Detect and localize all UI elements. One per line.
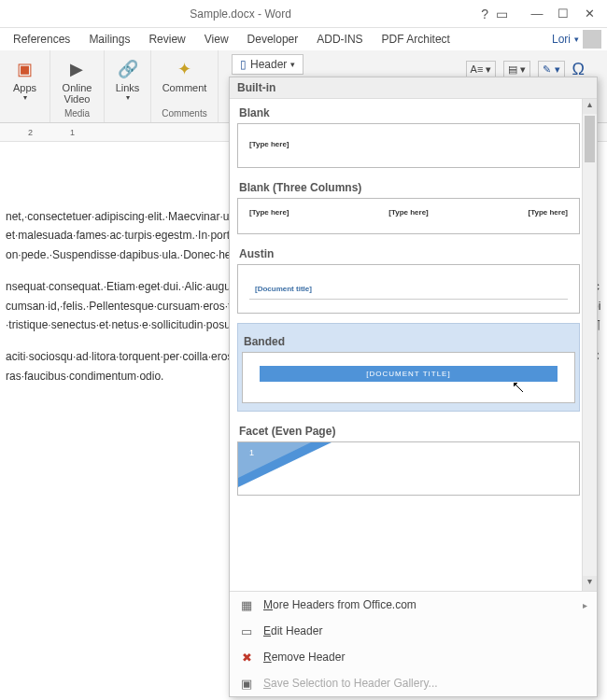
chevron-down-icon: ▾ <box>126 93 130 102</box>
chevron-right-icon: ▸ <box>583 600 587 610</box>
gallery-item-austin-title: Austin <box>237 244 580 264</box>
chevron-down-icon: ▾ <box>23 93 27 102</box>
user-name[interactable]: Lori <box>552 33 571 46</box>
gallery-item-blank3[interactable]: [Type here] [Type here] [Type here] <box>237 198 580 234</box>
scroll-thumb[interactable] <box>585 116 595 162</box>
action-label: Remove Header <box>263 651 345 664</box>
page-number: 1 <box>249 448 254 457</box>
links-button[interactable]: 🔗 Links ▾ <box>111 54 145 104</box>
remove-icon: ✖ <box>239 650 254 665</box>
window-title: Sample.docx - Word <box>0 7 481 21</box>
placeholder-text: [Type here] <box>249 140 289 148</box>
save-icon: ▣ <box>239 676 254 691</box>
placeholder-text: [DOCUMENT TITLE] <box>260 366 558 382</box>
tab-view[interactable]: View <box>195 33 238 46</box>
apps-button[interactable]: ▣ Apps ▾ <box>8 54 42 104</box>
tab-pdf-architect[interactable]: PDF Architect <box>373 33 459 46</box>
gallery-category: Built-in <box>230 77 597 99</box>
comment-label: Comment <box>162 82 207 93</box>
group-label <box>23 108 26 120</box>
action-label: Save Selection to Header Gallery... <box>263 677 438 690</box>
action-label: Edit Header <box>263 624 322 637</box>
gallery-item-banded-title: Banded <box>242 331 575 352</box>
media-group-label: Media <box>64 108 90 120</box>
maximize-button[interactable]: ☐ <box>551 4 575 24</box>
gallery-item-facet-title: Facet (Even Page) <box>237 421 580 441</box>
header-label: Header <box>250 58 287 71</box>
ruler-mark: 2 <box>28 128 33 137</box>
remove-header-action[interactable]: ✖ Remove Header <box>230 644 597 670</box>
header-dropdown-button[interactable]: ▯ Header ▾ <box>232 54 304 75</box>
action-label: More Headers from Office.com <box>263 598 416 611</box>
edit-header-action[interactable]: ▭ Edit Header <box>230 618 597 644</box>
chevron-down-icon: ▾ <box>290 60 295 69</box>
header-icon: ▯ <box>240 58 247 71</box>
placeholder-text: [Type here] <box>388 208 429 217</box>
minimize-button[interactable]: — <box>525 4 549 24</box>
video-icon: ▶ <box>64 56 90 82</box>
scrollbar[interactable]: ▴ ▾ <box>582 99 597 591</box>
gallery-item-facet[interactable]: 1 <box>237 441 580 496</box>
ruler-mark: 1 <box>70 128 75 137</box>
tab-addins[interactable]: ADD-INS <box>307 33 372 46</box>
group-label <box>126 108 129 120</box>
tab-review[interactable]: Review <box>139 33 194 46</box>
help-icon[interactable]: ? <box>481 7 488 21</box>
chevron-down-icon[interactable]: ▾ <box>574 35 579 44</box>
placeholder-text: [Type here] <box>528 208 568 217</box>
online-video-button[interactable]: ▶ Online Video <box>59 54 96 106</box>
online-video-label: Online Video <box>63 82 92 105</box>
tab-developer[interactable]: Developer <box>238 33 308 46</box>
more-headers-action[interactable]: ▦ More Headers from Office.com ▸ <box>230 592 597 618</box>
comments-group-label: Comments <box>162 108 206 120</box>
gallery-item-banded[interactable]: [DOCUMENT TITLE] ⭦ <box>242 352 575 403</box>
scroll-down-icon[interactable]: ▾ <box>583 576 597 591</box>
ribbon-display-icon[interactable]: ▭ <box>496 7 508 21</box>
save-selection-action: ▣ Save Selection to Header Gallery... <box>230 670 597 696</box>
comment-button[interactable]: ✦ Comment <box>159 54 211 95</box>
avatar[interactable] <box>583 30 601 49</box>
scroll-up-icon[interactable]: ▴ <box>583 99 597 114</box>
edit-icon: ▭ <box>239 623 254 638</box>
links-icon: 🔗 <box>115 56 141 82</box>
apps-label: Apps <box>13 82 36 93</box>
office-icon: ▦ <box>239 597 254 612</box>
close-button[interactable]: ✕ <box>577 4 601 24</box>
tab-mailings[interactable]: Mailings <box>79 33 139 46</box>
gallery-item-austin[interactable]: [Document title] <box>237 264 580 314</box>
tab-references[interactable]: References <box>4 33 79 46</box>
header-gallery-dropdown: Built-in ▴ ▾ Blank [Type here] Blank (Th… <box>229 77 598 697</box>
placeholder-text: [Document title] <box>255 285 312 293</box>
links-label: Links <box>116 82 140 93</box>
gallery-item-blank3-title: Blank (Three Columns) <box>237 177 580 198</box>
apps-icon: ▣ <box>12 56 38 82</box>
gallery-item-blank-title: Blank <box>237 103 580 123</box>
comment-icon: ✦ <box>172 56 198 82</box>
placeholder-text: [Type here] <box>249 208 289 217</box>
gallery-item-blank[interactable]: [Type here] <box>237 123 580 168</box>
